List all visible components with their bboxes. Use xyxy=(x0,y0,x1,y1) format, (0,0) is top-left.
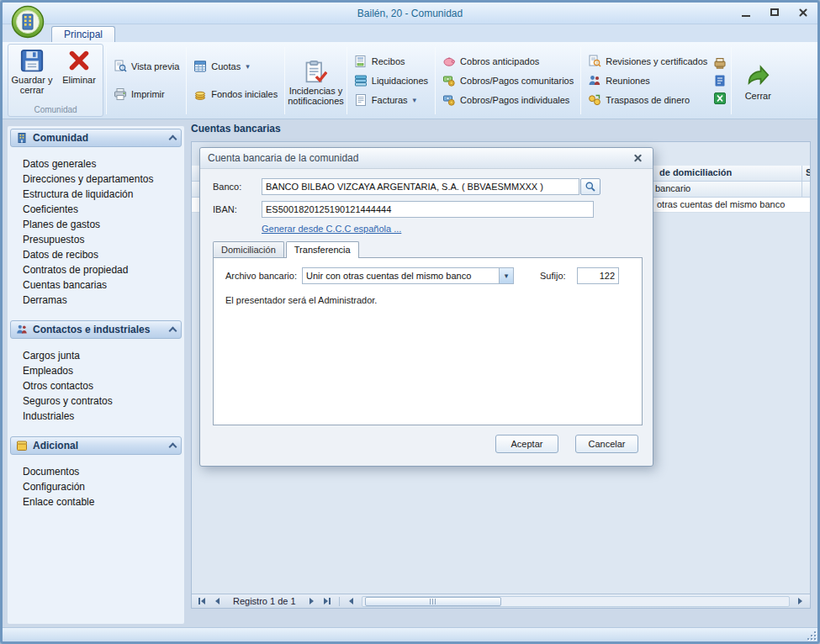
initial-funds-button[interactable]: Fondos iniciales xyxy=(192,87,279,102)
invoices-button[interactable]: Facturas ▾ xyxy=(352,92,430,108)
ribbon-separator xyxy=(106,47,107,114)
sidebar-item-documentos[interactable]: Documentos xyxy=(23,464,183,479)
archive-box-icon xyxy=(16,440,28,451)
sidebar-item-seguros-y-contratos[interactable]: Seguros y contratos xyxy=(23,393,183,409)
sidebar-group-label: Contactos e industriales xyxy=(33,324,150,335)
sidebar-item-cargos-junta[interactable]: Cargos junta xyxy=(23,348,183,363)
sidebar-item-presupuestos[interactable]: Presupuestos xyxy=(23,232,183,247)
cash-register-button[interactable] xyxy=(713,56,727,70)
people-icon xyxy=(588,74,601,87)
window-title: Bailén, 20 - Comunidad xyxy=(3,8,817,19)
hscroll-thumb[interactable] xyxy=(365,597,501,606)
transfer-coins-icon xyxy=(588,93,601,107)
print-button[interactable]: Imprimir xyxy=(112,87,181,102)
sidebar-item-datos-de-recibos[interactable]: Datos de recibos xyxy=(23,247,183,262)
suffix-label: Sufijo: xyxy=(540,271,566,281)
receipts-button[interactable]: Recibos xyxy=(352,54,430,69)
money-transfers-button[interactable]: Traspasos de dinero xyxy=(586,92,709,108)
tab-transferencia[interactable]: Transferencia xyxy=(286,241,359,258)
bank-account-dialog: Cuenta bancaria de la comunidad Banco: I… xyxy=(199,147,653,467)
column-header-sufijo[interactable]: S xyxy=(806,167,811,177)
delete-button[interactable]: Eliminar xyxy=(56,45,103,105)
close-window-button[interactable] xyxy=(794,6,812,19)
nav-last-button[interactable] xyxy=(320,596,335,607)
incidents-button[interactable]: Incidencias y notificaciones xyxy=(288,55,344,106)
sidebar-item-otros-contactos[interactable]: Otros contactos xyxy=(23,378,183,393)
page-title: Cuentas bancarias xyxy=(191,123,811,138)
sidebar-group-label: Comunidad xyxy=(33,132,88,144)
incidents-label: Incidencias y notificaciones xyxy=(288,86,344,106)
hscroll-left-button[interactable] xyxy=(344,596,358,607)
hscroll-track[interactable] xyxy=(362,596,790,607)
receipts-label: Recibos xyxy=(372,56,405,66)
export-excel-button[interactable] xyxy=(713,92,727,105)
minimize-button[interactable] xyxy=(737,6,755,19)
cancel-button[interactable]: Cancelar xyxy=(575,435,638,453)
bank-input[interactable] xyxy=(262,178,579,195)
nav-prev-button[interactable] xyxy=(210,596,225,607)
ribbon-separator xyxy=(347,47,347,114)
preview-magnifier-icon xyxy=(114,60,127,73)
sidebar-item-cuentas-bancarias[interactable]: Cuentas bancarias xyxy=(23,277,183,293)
close-form-button[interactable]: Cerrar xyxy=(734,61,781,101)
invoice-document-icon xyxy=(354,93,368,107)
hscroll-right-button[interactable] xyxy=(793,596,807,607)
settlements-button[interactable]: Liquidaciones xyxy=(352,73,430,88)
iban-label: IBAN: xyxy=(213,204,237,214)
reviews-certificates-button[interactable]: Revisiones y certificados xyxy=(586,54,709,69)
column-header-bancario[interactable]: bancario xyxy=(655,183,690,193)
dialog-close-button[interactable] xyxy=(632,152,645,164)
quotas-button[interactable]: Cuotas ▾ xyxy=(192,59,279,74)
transferencia-tab-panel: Archivo bancario: Unir con otras cuentas… xyxy=(213,257,643,425)
iban-input[interactable] xyxy=(262,201,594,218)
close-form-label: Cerrar xyxy=(745,91,771,101)
chevron-up-icon xyxy=(169,443,177,451)
community-payments-button[interactable]: Cobros/Pagos comunitarios xyxy=(441,73,575,88)
delete-label: Eliminar xyxy=(62,75,96,85)
sidebar-item-coeficientes[interactable]: Coeficientes xyxy=(23,202,183,217)
settlement-list-icon xyxy=(354,74,368,87)
preview-button[interactable]: Vista previa xyxy=(112,59,181,74)
sidebar-group-contactos[interactable]: Contactos e industriales xyxy=(10,320,182,339)
tab-principal[interactable]: Principal xyxy=(51,26,115,42)
nav-first-button[interactable] xyxy=(194,596,209,607)
sidebar-item-industriales[interactable]: Industriales xyxy=(23,409,183,424)
sidebar-item-datos-generales[interactable]: Datos generales xyxy=(23,156,183,172)
column-header-domiciliacion[interactable]: de domiciliación xyxy=(659,167,732,177)
resize-grip[interactable] xyxy=(806,630,816,640)
app-menu-button[interactable] xyxy=(11,5,45,39)
sidebar-group-comunidad[interactable]: Comunidad xyxy=(10,129,182,147)
sidebar-item-direcciones-y-departamentos[interactable]: Direcciones y departamentos xyxy=(23,172,183,187)
individual-payments-button[interactable]: Cobros/Pagos individuales xyxy=(441,92,575,108)
accept-button[interactable]: Aceptar xyxy=(495,435,558,453)
save-close-button[interactable]: Guardar y cerrar xyxy=(8,45,56,105)
sidebar-item-derramas[interactable]: Derramas xyxy=(23,293,183,308)
sidebar-item-estructura-de-liquidacion[interactable]: Estructura de liquidación xyxy=(23,187,183,202)
maximize-button[interactable] xyxy=(765,6,784,19)
export-document-button[interactable] xyxy=(713,74,727,87)
sidebar-item-empleados[interactable]: Empleados xyxy=(23,363,183,378)
sidebar: Comunidad Datos generales Direcciones y … xyxy=(8,126,184,624)
generate-ccc-link[interactable]: Generar desde C.C.C española ... xyxy=(262,224,401,234)
bank-search-button[interactable] xyxy=(580,178,600,195)
tab-domiciliacion[interactable]: Domiciliación xyxy=(213,241,284,257)
sidebar-item-contratos-de-propiedad[interactable]: Contratos de propiedad xyxy=(23,262,183,277)
chevron-up-icon xyxy=(169,135,177,144)
sidebar-item-planes-de-gastos[interactable]: Planes de gastos xyxy=(23,217,183,232)
sidebar-item-configuracion[interactable]: Configuración xyxy=(23,479,183,494)
community-payments-label: Cobros/Pagos comunitarios xyxy=(460,76,574,86)
quotas-table-icon xyxy=(193,60,207,73)
sidebar-item-enlace-contable[interactable]: Enlace contable xyxy=(23,494,183,509)
advance-collections-button[interactable]: Cobros anticipados xyxy=(441,54,575,69)
suffix-input[interactable] xyxy=(577,267,619,284)
meetings-button[interactable]: Reuniones xyxy=(586,73,709,88)
ribbon-group-comunidad: Guardar y cerrar Eliminar Comunidad xyxy=(8,44,103,117)
bank-file-value: Unir con otras cuentas del mismo banco xyxy=(303,268,499,283)
dialog-tabs: Domiciliación Transferencia xyxy=(213,241,361,258)
floppy-disk-icon xyxy=(20,49,44,72)
bank-file-select[interactable]: Unir con otras cuentas del mismo banco ▾ xyxy=(302,267,514,284)
ribbon-separator xyxy=(731,47,732,114)
sidebar-group-adicional[interactable]: Adicional xyxy=(10,436,182,455)
nav-next-button[interactable] xyxy=(304,596,319,607)
printer-icon xyxy=(114,87,127,101)
